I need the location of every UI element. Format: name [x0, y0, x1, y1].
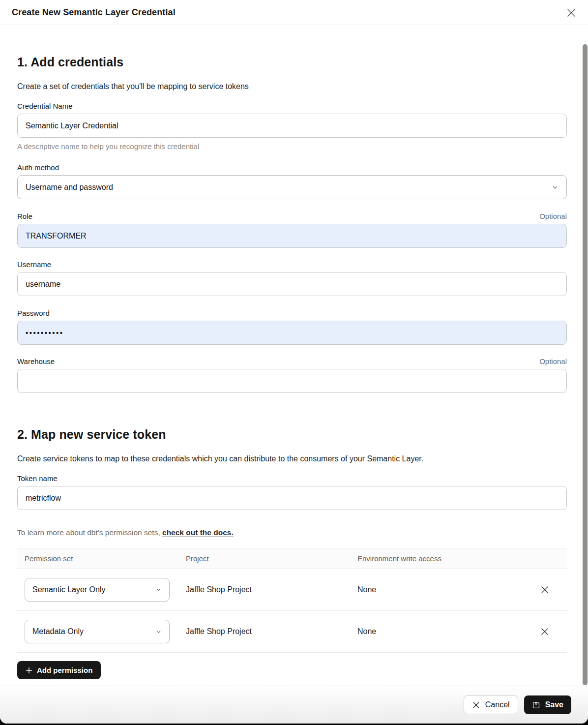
- role-label: Role: [17, 212, 32, 220]
- table-row: Semantic Layer Only Jaffle Shop Project …: [17, 569, 567, 610]
- role-input[interactable]: [17, 224, 567, 248]
- remove-permission-button[interactable]: [537, 624, 553, 639]
- role-field: Role Optional: [17, 212, 567, 248]
- permission-set-select[interactable]: Semantic Layer Only: [25, 578, 170, 602]
- project-cell: Jaffle Shop Project: [186, 585, 357, 594]
- permission-set-value: Metadata Only: [32, 627, 84, 636]
- header-project: Project: [186, 554, 357, 563]
- table-row: Metadata Only Jaffle Shop Project None: [17, 610, 567, 652]
- section1-heading: 1. Add credentials: [17, 55, 567, 69]
- save-button[interactable]: Save: [524, 695, 571, 714]
- credential-name-input[interactable]: [17, 114, 567, 138]
- scrollbar-thumb[interactable]: [583, 44, 588, 685]
- password-field: Password: [17, 309, 567, 345]
- username-label: Username: [17, 261, 51, 269]
- cancel-button[interactable]: Cancel: [464, 695, 518, 714]
- username-input[interactable]: [17, 272, 567, 296]
- permissions-table: Permission set Project Environment write…: [17, 548, 567, 653]
- username-field: Username: [17, 261, 567, 296]
- permission-docs-line: To learn more about dbt's permission set…: [17, 528, 567, 537]
- modal-footer: Cancel Save: [0, 686, 588, 724]
- docs-text: To learn more about dbt's permission set…: [17, 528, 162, 537]
- x-icon: [540, 585, 549, 594]
- token-name-field: Token name: [17, 475, 567, 510]
- add-permission-label: Add permission: [37, 666, 92, 674]
- add-permission-button[interactable]: Add permission: [17, 661, 101, 679]
- auth-method-label: Auth method: [17, 164, 59, 172]
- chevron-down-icon: [155, 629, 162, 635]
- password-input[interactable]: [17, 321, 567, 345]
- token-name-input[interactable]: [17, 486, 567, 510]
- section1-description: Create a set of credentials that you'll …: [17, 82, 567, 91]
- section2-description: Create service tokens to map to these cr…: [17, 454, 567, 463]
- x-icon: [540, 627, 549, 636]
- project-cell: Jaffle Shop Project: [186, 627, 357, 636]
- x-icon: [472, 701, 480, 709]
- header-permission-set: Permission set: [25, 554, 186, 563]
- permission-set-select[interactable]: Metadata Only: [25, 620, 170, 643]
- header-env-write-access: Environment write access: [357, 554, 530, 563]
- auth-method-field: Auth method Username and password: [17, 164, 567, 199]
- warehouse-field: Warehouse Optional: [17, 358, 567, 393]
- create-credential-modal: Create New Semantic Layer Credential 1. …: [0, 0, 588, 724]
- chevron-down-icon: [155, 586, 162, 593]
- floppy-disk-icon: [532, 701, 540, 709]
- permission-set-value: Semantic Layer Only: [32, 585, 106, 594]
- token-name-label: Token name: [17, 475, 58, 483]
- auth-method-value: Username and password: [26, 183, 113, 192]
- credential-name-label: Credential Name: [17, 102, 73, 110]
- password-label: Password: [17, 309, 50, 317]
- warehouse-input[interactable]: [17, 369, 567, 393]
- modal-header: Create New Semantic Layer Credential: [0, 0, 588, 25]
- chevron-down-icon: [552, 184, 559, 191]
- env-write-access-cell: None: [357, 627, 530, 636]
- docs-link[interactable]: check out the docs.: [162, 528, 234, 537]
- save-label: Save: [545, 700, 563, 709]
- role-optional-badge: Optional: [539, 212, 567, 220]
- auth-method-select[interactable]: Username and password: [17, 175, 567, 199]
- warehouse-label: Warehouse: [17, 358, 55, 365]
- modal-title: Create New Semantic Layer Credential: [12, 7, 176, 18]
- permissions-table-header: Permission set Project Environment write…: [17, 548, 567, 569]
- cancel-label: Cancel: [485, 700, 510, 709]
- credential-name-field: Credential Name A descriptive name to he…: [17, 102, 567, 150]
- warehouse-optional-badge: Optional: [539, 358, 567, 365]
- env-write-access-cell: None: [357, 585, 530, 594]
- plus-icon: [26, 667, 32, 674]
- section2-heading: 2. Map new service token: [17, 427, 567, 441]
- remove-permission-button[interactable]: [537, 582, 553, 598]
- credential-name-helper: A descriptive name to help you recognize…: [17, 143, 567, 150]
- close-button[interactable]: [564, 6, 578, 20]
- modal-content: 1. Add credentials Create a set of crede…: [0, 55, 588, 679]
- close-icon: [566, 7, 577, 18]
